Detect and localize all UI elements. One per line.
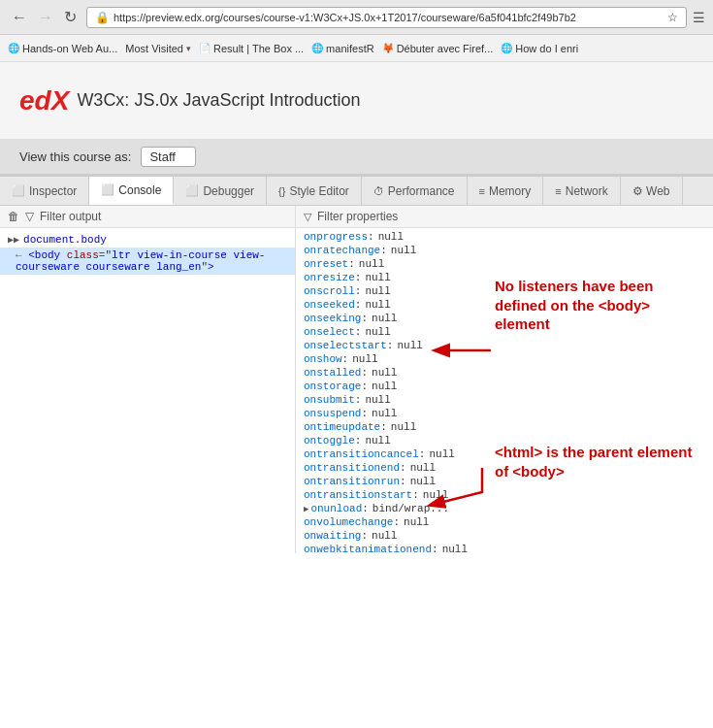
back-button[interactable]: ← [8, 7, 31, 28]
course-title: W3Cx: JS.0x JavaScript Introduction [77, 90, 360, 111]
tab-style-editor-label: Style Editor [289, 184, 348, 198]
tab-memory-label: Memory [489, 184, 531, 198]
tab-performance-label: Performance [388, 184, 455, 198]
prop-ontransitionstart: ontransitionstart: null [296, 488, 713, 502]
right-toolbar: ▽ Filter properties [296, 206, 713, 228]
browser-toolbar: ← → ↻ 🔒 https://preview.edx.org/courses/… [0, 0, 713, 35]
tab-debugger[interactable]: ⬜ Debugger [174, 177, 267, 205]
prop-onstorage: onstorage: null [296, 380, 713, 393]
tab-network-label: Network [566, 184, 608, 198]
bookmark-icon: 🌐 [8, 43, 19, 53]
tab-inspector[interactable]: ⬜ Inspector [0, 177, 89, 205]
prop-onscroll: onscroll: null [296, 284, 713, 298]
bookmarks-bar: 🌐 Hands-on Web Au... Most Visited ▾ 📄 Re… [0, 35, 713, 62]
bookmark-label: Result | The Box ... [213, 43, 304, 54]
bookmark-icon: 🌐 [501, 43, 512, 53]
tab-inspector-label: Inspector [29, 184, 77, 198]
dom-tag-open: <body [28, 249, 67, 261]
staff-select[interactable]: Staff [141, 147, 196, 167]
left-toolbar: 🗑 ▽ Filter output [0, 206, 295, 228]
edx-logo: edX W3Cx: JS.0x JavaScript Introduction [0, 76, 380, 126]
bookmark-icon: 📄 [199, 43, 211, 53]
dom-body-text: document.body [23, 234, 107, 246]
prop-onprogress: onprogress: null [296, 230, 713, 244]
tab-performance[interactable]: ⏱ Performance [362, 177, 468, 205]
tab-web-label: ⚙ Web [632, 184, 670, 198]
dom-attr-class: class [67, 249, 99, 261]
bookmark-debuter[interactable]: 🦊 Débuter avec Firef... [382, 43, 494, 54]
bookmark-label: Most Visited [125, 43, 183, 54]
bookmark-handsOn[interactable]: 🌐 Hands-on Web Au... [8, 43, 117, 54]
edx-text: ed [19, 85, 51, 116]
prop-onseeking: onseeking: null [296, 312, 713, 325]
prop-onselectstart: onselectstart: null [296, 339, 713, 352]
prop-onresize: onresize: null [296, 271, 713, 284]
dom-attr-eq: =" [99, 249, 112, 261]
prop-ontoggle: ontoggle: null [296, 434, 713, 447]
tab-network[interactable]: ≡ Network [543, 177, 620, 205]
prop-onreset: onreset: null [296, 257, 713, 271]
bookmark-label: Hands-on Web Au... [22, 43, 117, 54]
tab-memory[interactable]: ≡ Memory [468, 177, 544, 205]
console-icon: ⬜ [101, 183, 114, 196]
dom-document-body: ▶▶ document.body [0, 232, 295, 248]
nav-arrows: ← → ↻ [8, 6, 81, 28]
devtools-body: 🗑 ▽ Filter output ▶▶ document.body ← <bo… [0, 206, 713, 553]
left-panel: 🗑 ▽ Filter output ▶▶ document.body ← <bo… [0, 206, 296, 553]
tab-console[interactable]: ⬜ Console [89, 177, 174, 205]
trash-icon[interactable]: 🗑 [8, 210, 19, 223]
page-content: edX W3Cx: JS.0x JavaScript Introduction [0, 62, 713, 140]
devtools-panel: ⬜ Inspector ⬜ Console ⬜ Debugger {} Styl… [0, 175, 713, 553]
lock-icon: 🔒 [95, 11, 110, 24]
network-icon: ≡ [555, 185, 561, 197]
prop-onwebkitanimationend: onwebkitanimationend: null [296, 543, 713, 553]
prop-onratechange: onratechange: null [296, 244, 713, 257]
menu-button[interactable]: ☰ [693, 10, 705, 25]
prop-onunload: ▶ onunload: bind/wrap... [296, 502, 713, 515]
filter-output-label: Filter output [40, 210, 101, 223]
view-as-label: View this course as: [19, 149, 131, 164]
prop-ontransitioncancel: ontransitioncancel: null [296, 447, 713, 461]
bookmark-icon: 🌐 [311, 43, 323, 53]
tab-debugger-label: Debugger [203, 184, 254, 198]
filter-icon[interactable]: ▽ [25, 210, 34, 223]
dom-body-tag[interactable]: ← <body class="ltr view-in-course view-c… [0, 248, 295, 275]
bookmark-icon: 🦊 [382, 43, 394, 53]
performance-icon: ⏱ [373, 185, 384, 197]
url-text: https://preview.edx.org/courses/course-v… [113, 12, 576, 23]
bookmark-result[interactable]: 📄 Result | The Box ... [199, 43, 304, 54]
dom-tag-gt: > [208, 261, 214, 273]
dom-arrow-icon: ▶▶ [8, 234, 19, 246]
filter-props-label: Filter properties [317, 210, 398, 223]
bookmark-manifestR[interactable]: 🌐 manifestR [311, 43, 374, 54]
forward-button[interactable]: → [34, 7, 57, 28]
bookmark-label: How do I enri [515, 43, 578, 54]
prop-onsubmit: onsubmit: null [296, 393, 713, 407]
prop-onstalled: onstalled: null [296, 366, 713, 380]
bookmark-star: ☆ [667, 11, 678, 24]
prop-onshow: onshow: null [296, 352, 713, 366]
expand-icon[interactable]: ▶ [304, 504, 308, 514]
tab-style-editor[interactable]: {} Style Editor [267, 177, 362, 205]
debugger-icon: ⬜ [185, 184, 199, 197]
view-as-bar: View this course as: Staff [0, 140, 713, 175]
dom-panel: ▶▶ document.body ← <body class="ltr view… [0, 228, 295, 553]
right-panel: ▽ Filter properties onprogress: null onr… [296, 206, 713, 553]
props-outer: onprogress: null onratechange: null onre… [296, 228, 713, 553]
bookmark-howdo[interactable]: 🌐 How do I enri [501, 43, 578, 54]
style-icon: {} [278, 185, 285, 197]
prop-onwaiting: onwaiting: null [296, 529, 713, 543]
bookmark-mostVisited[interactable]: Most Visited ▾ [125, 43, 191, 54]
prop-onseeked: onseeked: null [296, 298, 713, 312]
prop-ontransitionend: ontransitionend: null [296, 461, 713, 475]
refresh-button[interactable]: ↻ [60, 6, 81, 28]
filter-props-icon[interactable]: ▽ [304, 211, 311, 223]
url-bar[interactable]: 🔒 https://preview.edx.org/courses/course… [86, 7, 687, 28]
tab-web[interactable]: ⚙ Web [621, 177, 683, 205]
bookmark-label: Débuter avec Firef... [397, 43, 494, 54]
prop-onvolumechange: onvolumechange: null [296, 515, 713, 529]
prop-ontimeupdate: ontimeupdate: null [296, 420, 713, 434]
dom-expand-icon: ← [16, 249, 28, 261]
devtools-tabs: ⬜ Inspector ⬜ Console ⬜ Debugger {} Styl… [0, 177, 713, 206]
memory-icon: ≡ [479, 185, 485, 197]
